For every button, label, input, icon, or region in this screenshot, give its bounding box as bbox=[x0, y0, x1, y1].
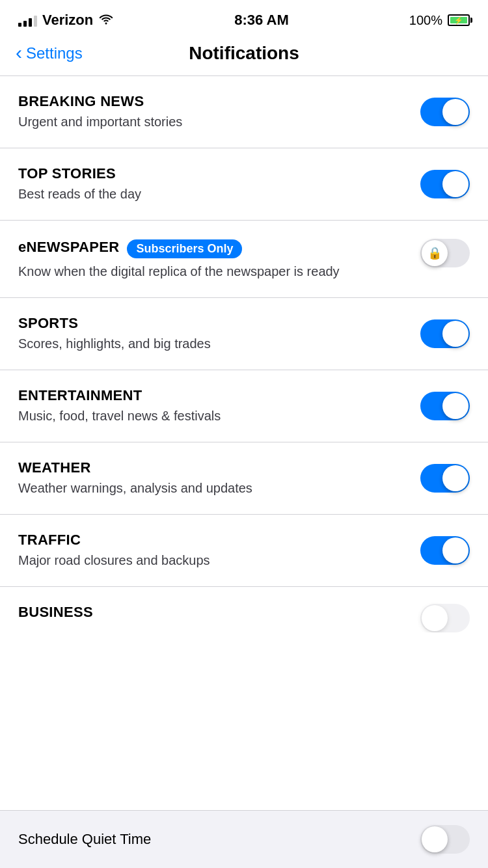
bottom-bar: Schedule Quiet Time bbox=[0, 810, 488, 868]
back-button[interactable]: ‹ Settings bbox=[16, 44, 168, 62]
list-item: WEATHER Weather warnings, analysis and u… bbox=[0, 442, 488, 515]
item-content-sports: SPORTS Scores, highlights, and big trade… bbox=[18, 315, 420, 353]
toggle-quiet-time[interactable] bbox=[420, 825, 470, 854]
item-title: BUSINESS bbox=[18, 604, 407, 621]
list-item: BUSINESS bbox=[0, 587, 488, 632]
toggle-sports[interactable] bbox=[420, 319, 470, 348]
toggle-top-stories[interactable] bbox=[420, 170, 470, 198]
list-item: TRAFFIC Major road closures and backups bbox=[0, 515, 488, 587]
lock-icon: 🔒 bbox=[427, 246, 442, 260]
status-bar: Verizon 8:36 AM 100% ⚡ bbox=[0, 0, 488, 36]
signal-bar-3 bbox=[29, 18, 32, 27]
list-item: BREAKING NEWS Urgent and important stori… bbox=[0, 76, 488, 148]
item-content-entertainment: ENTERTAINMENT Music, food, travel news &… bbox=[18, 387, 420, 425]
signal-bars-icon bbox=[18, 14, 37, 27]
item-title: ENTERTAINMENT bbox=[18, 387, 407, 404]
toggle-breaking-news[interactable] bbox=[420, 98, 470, 126]
toggle-thumb bbox=[422, 605, 448, 631]
item-content-enewspaper: eNEWSPAPER Subscribers Only Know when th… bbox=[18, 239, 420, 280]
list-item: SPORTS Scores, highlights, and big trade… bbox=[0, 298, 488, 370]
toggle-thumb bbox=[442, 99, 468, 125]
toggle-thumb bbox=[442, 465, 468, 491]
signal-bar-4 bbox=[34, 16, 37, 27]
toggle-business[interactable] bbox=[420, 604, 470, 632]
item-title: BREAKING NEWS bbox=[18, 93, 407, 110]
status-left: Verizon bbox=[18, 12, 114, 29]
item-content-weather: WEATHER Weather warnings, analysis and u… bbox=[18, 459, 420, 497]
quiet-time-label: Schedule Quiet Time bbox=[18, 831, 151, 848]
toggle-thumb: 🔒 bbox=[422, 240, 448, 266]
item-content-traffic: TRAFFIC Major road closures and backups bbox=[18, 532, 420, 569]
item-description: Best reads of the day bbox=[18, 185, 407, 203]
item-description: Scores, highlights, and big trades bbox=[18, 334, 407, 353]
item-description: Major road closures and backups bbox=[18, 551, 407, 569]
item-content-breaking-news: BREAKING NEWS Urgent and important stori… bbox=[18, 93, 420, 131]
page-title: Notifications bbox=[168, 43, 320, 64]
signal-bar-2 bbox=[23, 21, 27, 27]
item-content-top-stories: TOP STORIES Best reads of the day bbox=[18, 165, 420, 203]
wifi-icon bbox=[98, 13, 114, 28]
settings-list: BREAKING NEWS Urgent and important stori… bbox=[0, 76, 488, 632]
item-title: TOP STORIES bbox=[18, 165, 407, 182]
toggle-enewspaper[interactable]: 🔒 bbox=[420, 239, 470, 267]
item-description: Weather warnings, analysis and updates bbox=[18, 479, 407, 497]
item-content-business: BUSINESS bbox=[18, 604, 420, 623]
back-chevron-icon: ‹ bbox=[16, 43, 22, 62]
item-description: Urgent and important stories bbox=[18, 113, 407, 131]
status-time: 8:36 AM bbox=[234, 12, 289, 29]
item-description: Know when the digital replica of the new… bbox=[18, 262, 407, 280]
item-title: TRAFFIC bbox=[18, 532, 407, 549]
list-item: eNEWSPAPER Subscribers Only Know when th… bbox=[0, 221, 488, 298]
signal-bar-1 bbox=[18, 23, 21, 27]
item-title: WEATHER bbox=[18, 459, 407, 476]
subscribers-only-badge: Subscribers Only bbox=[127, 239, 242, 258]
toggle-thumb bbox=[442, 393, 468, 419]
list-item: TOP STORIES Best reads of the day bbox=[0, 148, 488, 221]
toggle-thumb bbox=[442, 537, 468, 563]
toggle-weather[interactable] bbox=[420, 464, 470, 493]
carrier-label: Verizon bbox=[42, 12, 93, 29]
battery-bolt-icon: ⚡ bbox=[454, 16, 463, 25]
battery-icon: ⚡ bbox=[448, 14, 470, 26]
toggle-entertainment[interactable] bbox=[420, 392, 470, 420]
battery-percent-label: 100% bbox=[409, 13, 442, 28]
settings-list-wrapper: BREAKING NEWS Urgent and important stori… bbox=[0, 76, 488, 685]
nav-header: ‹ Settings Notifications bbox=[0, 36, 488, 76]
back-label: Settings bbox=[26, 44, 83, 62]
toggle-traffic[interactable] bbox=[420, 536, 470, 565]
toggle-thumb bbox=[422, 826, 448, 852]
toggle-thumb bbox=[442, 321, 468, 347]
list-item: ENTERTAINMENT Music, food, travel news &… bbox=[0, 370, 488, 442]
item-title: eNEWSPAPER bbox=[18, 239, 119, 256]
status-right: 100% ⚡ bbox=[409, 13, 470, 28]
item-title: SPORTS bbox=[18, 315, 407, 332]
item-description: Music, food, travel news & festivals bbox=[18, 407, 407, 425]
toggle-thumb bbox=[442, 171, 468, 197]
item-title-row: eNEWSPAPER Subscribers Only bbox=[18, 239, 407, 258]
